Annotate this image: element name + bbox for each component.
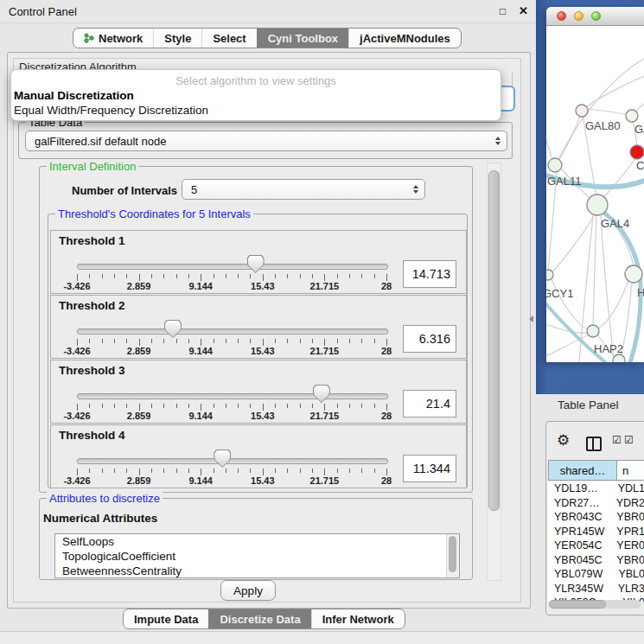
apply-button[interactable]: Apply bbox=[220, 580, 276, 601]
table-row[interactable]: YBR045CYBR0 bbox=[548, 553, 644, 568]
list-item[interactable]: TopologicalCoefficient bbox=[55, 549, 459, 564]
axis-tick-label: 2.859 bbox=[127, 281, 151, 291]
settings-scrollbar-thumb[interactable] bbox=[488, 170, 500, 511]
tab-impute-data[interactable]: Impute Data bbox=[124, 609, 208, 628]
table-row[interactable]: YDL19…YDL1 bbox=[548, 481, 644, 496]
tab-select[interactable]: Select bbox=[201, 29, 256, 48]
panel-title: Control Panel bbox=[9, 5, 77, 18]
algorithm-dropdown-popup: Select algorithm to view settings Manual… bbox=[10, 69, 501, 121]
attributes-group-title: Attributes to discretize bbox=[47, 492, 163, 505]
table-header-shared-name[interactable]: shared… bbox=[548, 460, 617, 481]
cell-name: YDL1 bbox=[612, 481, 644, 496]
svg-text:GCY1: GCY1 bbox=[546, 287, 573, 300]
list-scrollbar[interactable] bbox=[446, 534, 459, 577]
threshold-value-field[interactable]: 14.713 bbox=[403, 260, 456, 288]
cell-name: YBR0 bbox=[610, 510, 644, 525]
numerical-attributes-list[interactable]: SelfLoopsTopologicalCoefficientBetweenne… bbox=[54, 533, 460, 578]
axis-tick-label: 2.859 bbox=[127, 411, 151, 421]
minimize-traffic-light-icon[interactable] bbox=[574, 11, 583, 21]
network-canvas[interactable]: GAL80GAGAL11CGAL4GCY1HHAP2 bbox=[546, 26, 644, 362]
interval-definition-title: Interval Definition bbox=[47, 160, 138, 173]
threshold-panel-1: Threshold 1-3.4262.8599.14415.4321.71528… bbox=[50, 230, 467, 294]
tab-label: Cyni Toolbox bbox=[268, 32, 338, 45]
cell-shared-name: YER054C bbox=[548, 539, 610, 553]
tab-jactivemnodules[interactable]: jActiveMNodules bbox=[348, 29, 461, 48]
svg-text:GAL11: GAL11 bbox=[547, 175, 582, 188]
cell-shared-name: YBR043C bbox=[548, 510, 610, 525]
tab-cyni-toolbox[interactable]: Cyni Toolbox bbox=[257, 29, 348, 48]
table-data-combobox[interactable]: galFiltered.sif default node bbox=[25, 131, 507, 151]
slider-thumb[interactable] bbox=[214, 450, 231, 468]
columns-icon[interactable] bbox=[586, 437, 602, 451]
settings-scrollbar[interactable] bbox=[487, 163, 501, 581]
table-row[interactable]: YBL079WYBL0 bbox=[548, 567, 644, 582]
tab-label: Discretize Data bbox=[220, 613, 300, 626]
numerical-attributes-label: Numerical Attributes bbox=[43, 512, 157, 525]
table-data-combobox-value: galFiltered.sif default node bbox=[35, 135, 166, 148]
threshold-label: Threshold 3 bbox=[59, 364, 125, 377]
slider-track[interactable] bbox=[77, 393, 388, 399]
tab-label: Select bbox=[213, 32, 245, 45]
threshold-panel-4: Threshold 4-3.4262.8599.14415.4321.71528… bbox=[50, 424, 467, 488]
tab-label: jActiveMNodules bbox=[360, 32, 450, 45]
tab-network[interactable]: Network bbox=[73, 29, 153, 48]
slider-track[interactable] bbox=[77, 328, 388, 335]
table-row[interactable]: YLR345WYLR3 bbox=[548, 582, 644, 596]
cell-shared-name: YBR045C bbox=[548, 553, 610, 568]
threshold-value-field[interactable]: 6.316 bbox=[403, 325, 456, 353]
cell-shared-name: YDL19… bbox=[548, 481, 612, 496]
combo-stepper-icon bbox=[413, 185, 418, 194]
slider-thumb[interactable] bbox=[164, 320, 182, 338]
splitter-collapse-icon[interactable] bbox=[529, 316, 533, 322]
close-icon[interactable]: ✕ bbox=[519, 4, 528, 17]
threshold-value-field[interactable]: 21.4 bbox=[403, 390, 456, 418]
float-window-icon[interactable]: □ bbox=[500, 5, 506, 17]
table-hscrollbar[interactable] bbox=[549, 600, 641, 609]
slider-track[interactable] bbox=[77, 458, 388, 464]
combo-stepper-icon bbox=[495, 137, 501, 145]
axis-tick-label: -3.426 bbox=[63, 411, 90, 421]
algorithm-option-equal-width[interactable]: Equal Width/Frequency Discretization bbox=[14, 104, 208, 117]
axis-tick-label: 15.43 bbox=[251, 475, 275, 486]
gear-icon[interactable]: ⚙ bbox=[557, 433, 570, 448]
slider-track[interactable] bbox=[77, 264, 388, 270]
table-row[interactable]: YER054CYER0 bbox=[548, 539, 644, 553]
network-icon bbox=[84, 32, 94, 44]
axis-tick-label: 21.715 bbox=[310, 411, 340, 421]
bottom-tab-bar: Impute DataDiscretize DataInfer Network bbox=[123, 609, 405, 629]
axis-tick-label: 9.144 bbox=[188, 475, 213, 486]
axis-tick-label: 2.859 bbox=[127, 475, 151, 486]
table-hscrollbar-thumb[interactable] bbox=[549, 600, 606, 609]
algorithm-option-manual[interactable]: Manual Discretization bbox=[14, 89, 134, 102]
zoom-traffic-light-icon[interactable] bbox=[591, 11, 601, 21]
checkbox-icon[interactable]: ☑ bbox=[612, 435, 622, 445]
table-rows[interactable]: YDL19…YDL1YDR27…YDR2YBR043CYBR0YPR145WYP… bbox=[548, 481, 644, 602]
cell-name: YBR0 bbox=[610, 553, 644, 568]
checkbox-icon[interactable]: ☑ bbox=[624, 435, 634, 445]
tab-style[interactable]: Style bbox=[153, 29, 201, 48]
threshold-label: Threshold 2 bbox=[59, 299, 125, 312]
tab-discretize-data[interactable]: Discretize Data bbox=[208, 609, 310, 628]
list-item[interactable]: BetweennessCentrality bbox=[55, 564, 459, 578]
axis-tick-label: -3.426 bbox=[63, 475, 90, 486]
axis-tick-label: 28 bbox=[381, 281, 392, 291]
axis-tick-label: 28 bbox=[381, 411, 392, 421]
table-panel: ⚙ ☑ ☑ shared… n YDL19…YDL1YDR27…YDR2YBR0… bbox=[545, 421, 644, 615]
close-traffic-light-icon[interactable] bbox=[557, 11, 566, 21]
cell-name: YER0 bbox=[610, 539, 644, 553]
table-row[interactable]: YDR27…YDR2 bbox=[548, 496, 644, 511]
slider-thumb[interactable] bbox=[313, 385, 330, 403]
network-window-titlebar[interactable] bbox=[546, 7, 644, 26]
axis-tick-label: 21.715 bbox=[310, 346, 340, 356]
slider-thumb[interactable] bbox=[247, 255, 265, 273]
number-of-intervals-label: Number of Intervals bbox=[72, 184, 177, 197]
table-row[interactable]: YBR043CYBR0 bbox=[548, 510, 644, 525]
table-row[interactable]: YPR145WYPR1 bbox=[548, 525, 644, 539]
table-header-name[interactable]: n bbox=[617, 460, 644, 481]
cell-shared-name: YDR27… bbox=[548, 496, 610, 511]
number-of-intervals-combobox[interactable]: 5 bbox=[182, 179, 425, 200]
tab-infer-network[interactable]: Infer Network bbox=[311, 609, 405, 628]
list-item[interactable]: SelfLoops bbox=[55, 534, 459, 549]
threshold-value-field[interactable]: 11.344 bbox=[403, 455, 456, 482]
axis-tick-label: 15.43 bbox=[251, 281, 275, 291]
